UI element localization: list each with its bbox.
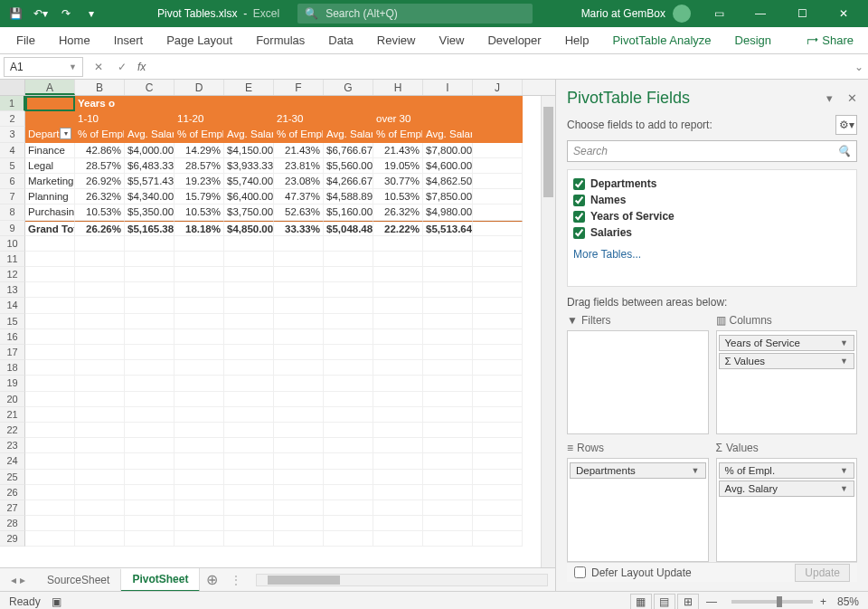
cell[interactable]	[373, 516, 423, 531]
cell[interactable]	[473, 360, 523, 376]
cell[interactable]	[224, 423, 274, 438]
cell[interactable]	[75, 470, 125, 485]
cell[interactable]	[25, 407, 75, 423]
cell[interactable]: Purchasin	[25, 205, 75, 220]
cell[interactable]: Legal	[25, 158, 75, 174]
cell[interactable]: $6,400.00	[224, 189, 274, 205]
pane-close-icon[interactable]: ✕	[847, 91, 857, 105]
row-header[interactable]: 20	[0, 392, 25, 407]
cell[interactable]	[224, 314, 274, 329]
pill-departments[interactable]: Departments▼	[570, 462, 706, 479]
pill-years-of-service[interactable]: Years of Service▼	[719, 335, 855, 351]
cell[interactable]: $5,160.00	[324, 205, 373, 220]
ribbon-display-icon[interactable]: ▭	[698, 0, 740, 27]
cancel-formula-icon[interactable]: ✕	[87, 57, 110, 77]
cell[interactable]	[373, 282, 423, 298]
scrollbar-thumb[interactable]	[543, 107, 553, 197]
cell[interactable]	[75, 376, 125, 391]
cell[interactable]	[75, 423, 125, 438]
cell[interactable]: 10.53%	[75, 205, 125, 220]
cell[interactable]: Planning	[25, 189, 75, 205]
row-header[interactable]: 19	[0, 376, 25, 391]
cell[interactable]	[175, 236, 224, 252]
row-header[interactable]: 12	[0, 267, 25, 282]
cell[interactable]	[75, 236, 125, 252]
cell[interactable]	[423, 329, 473, 345]
cell[interactable]: $3,750.00	[224, 205, 274, 220]
cell[interactable]	[125, 360, 175, 376]
pill-pct-empl[interactable]: % of Empl.▼	[719, 462, 855, 479]
account-button[interactable]: Mario at GemBox	[581, 5, 691, 23]
cell[interactable]	[274, 453, 324, 469]
cell[interactable]	[224, 453, 274, 469]
cell[interactable]	[324, 236, 373, 252]
row-header[interactable]: 1	[0, 96, 25, 111]
cell[interactable]	[125, 329, 175, 345]
cell[interactable]: 1-10	[75, 111, 125, 127]
cell[interactable]	[75, 438, 125, 453]
cell[interactable]: Marketing	[25, 174, 75, 189]
field-checkbox-names[interactable]	[573, 195, 585, 206]
cell[interactable]	[75, 298, 125, 313]
cell[interactable]	[224, 470, 274, 485]
cell[interactable]: Avg. Salary	[423, 127, 473, 142]
undo-icon[interactable]: ↶▾	[29, 3, 52, 24]
cell[interactable]	[423, 531, 473, 547]
cell[interactable]	[25, 500, 75, 516]
cell[interactable]	[175, 423, 224, 438]
cell[interactable]	[423, 298, 473, 313]
col-header-a[interactable]: A	[25, 80, 75, 95]
col-header-b[interactable]: B	[75, 80, 125, 95]
cell[interactable]	[473, 345, 523, 360]
cell[interactable]	[423, 376, 473, 391]
cell[interactable]	[473, 407, 523, 423]
cell[interactable]: 30.77%	[373, 174, 423, 189]
expand-formula-bar-icon[interactable]: ⌄	[850, 61, 868, 73]
vertical-scrollbar[interactable]	[541, 96, 555, 567]
cell[interactable]	[373, 298, 423, 313]
cell[interactable]	[274, 329, 324, 345]
cell[interactable]	[25, 96, 75, 111]
cell[interactable]	[274, 236, 324, 252]
cell[interactable]	[224, 392, 274, 407]
cell[interactable]	[75, 392, 125, 407]
cell[interactable]	[473, 205, 523, 220]
cell[interactable]	[324, 407, 373, 423]
field-checkbox-years[interactable]	[573, 211, 585, 223]
cell[interactable]: 19.23%	[175, 174, 224, 189]
cell[interactable]	[274, 360, 324, 376]
fx-icon[interactable]: fx	[137, 61, 146, 73]
cell[interactable]	[75, 267, 125, 282]
defer-checkbox[interactable]	[574, 566, 586, 578]
cell[interactable]: $4,600.00	[423, 158, 473, 174]
cell[interactable]	[125, 376, 175, 391]
cell[interactable]	[25, 485, 75, 500]
cell[interactable]	[423, 360, 473, 376]
cell[interactable]	[25, 252, 75, 267]
cell[interactable]	[423, 345, 473, 360]
search-box[interactable]: 🔍 Search (Alt+Q)	[297, 4, 533, 24]
cell[interactable]	[373, 252, 423, 267]
cell[interactable]	[423, 485, 473, 500]
cell[interactable]: $4,340.00	[125, 189, 175, 205]
cell[interactable]	[373, 392, 423, 407]
pane-gear-button[interactable]: ⚙▾	[835, 115, 857, 135]
formula-input[interactable]	[146, 57, 850, 77]
cell[interactable]	[473, 282, 523, 298]
col-header-j[interactable]: J	[473, 80, 523, 95]
row-header[interactable]: 22	[0, 423, 25, 438]
cell[interactable]	[25, 438, 75, 453]
row-header[interactable]: 7	[0, 189, 25, 205]
tab-developer[interactable]: Developer	[478, 30, 550, 51]
cell[interactable]: 10.53%	[373, 189, 423, 205]
cell[interactable]: $4,862.50	[423, 174, 473, 189]
row-header[interactable]: 2	[0, 111, 25, 127]
cell[interactable]: $6,483.33	[125, 158, 175, 174]
cell[interactable]: 23.08%	[274, 174, 324, 189]
cell[interactable]	[274, 298, 324, 313]
cell[interactable]	[25, 282, 75, 298]
cell[interactable]	[175, 485, 224, 500]
row-header[interactable]: 15	[0, 314, 25, 329]
defer-layout-checkbox[interactable]: Defer Layout Update	[574, 566, 692, 579]
cell[interactable]	[324, 531, 373, 547]
